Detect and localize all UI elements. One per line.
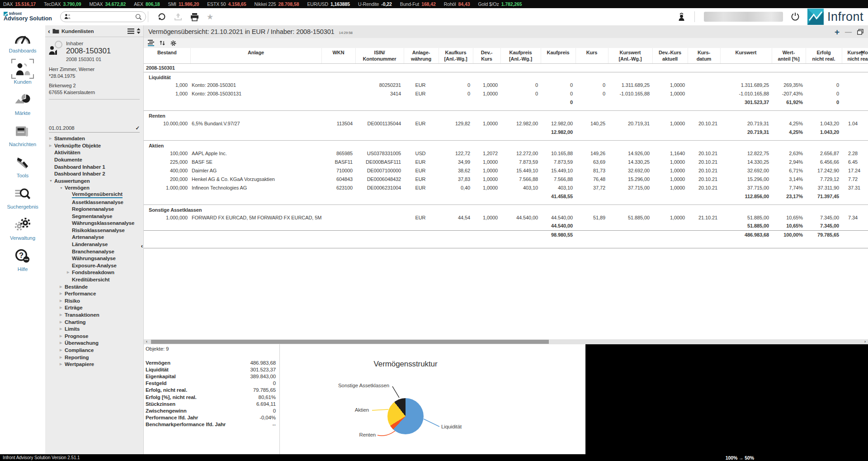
column-header[interactable]: Kurs bbox=[576, 48, 608, 63]
search-icon[interactable] bbox=[135, 14, 142, 20]
customer-list-title[interactable]: Kundenlisten bbox=[61, 29, 125, 34]
sidebar-item-maerkte[interactable]: Märkte bbox=[0, 90, 45, 122]
column-header[interactable]: Dev.- Kurs bbox=[473, 48, 500, 63]
tree-collapsed-icon[interactable]: ▶ bbox=[59, 327, 65, 331]
column-header[interactable]: Kurs- datum bbox=[688, 48, 720, 63]
reference-date-row[interactable]: 01.01.2008 ✓ bbox=[49, 125, 140, 133]
column-header[interactable]: Kurswert [Anl.-Wg.] bbox=[608, 48, 652, 63]
tree-collapsed-icon[interactable]: ▶ bbox=[59, 285, 65, 289]
column-header[interactable]: Wert- anteil [%] bbox=[772, 48, 806, 63]
table-row-data[interactable]: 200,000Henkel AG & Co. KGaA Vorzugsaktie… bbox=[144, 175, 868, 183]
scroll-right-icon[interactable]: › bbox=[862, 339, 868, 344]
column-header[interactable]: Anlage bbox=[190, 48, 321, 63]
tree-item[interactable]: ▶Charting bbox=[45, 318, 143, 326]
column-header[interactable]: Erfolg nicht real. bbox=[806, 48, 842, 63]
tree-collapsed-icon[interactable]: ▶ bbox=[59, 320, 65, 324]
tree-item[interactable]: Dashboard Inhaber 1 bbox=[45, 163, 143, 171]
tree-collapsed-icon[interactable]: ▶ bbox=[48, 144, 54, 147]
column-header[interactable]: Anlage- währung bbox=[404, 48, 439, 63]
tree-item[interactable]: ▼Vermögen bbox=[45, 185, 143, 192]
tree-expanded-icon[interactable]: ▼ bbox=[59, 186, 65, 190]
tree-item[interactable]: ▶Erträge bbox=[45, 304, 143, 312]
tree-item[interactable]: ▶Stammdaten bbox=[45, 135, 143, 142]
sidebar-item-nachrichten[interactable]: Nachrichten bbox=[0, 122, 45, 153]
tree-item[interactable]: ▶Fondsbreakdown bbox=[45, 269, 143, 276]
sidebar-item-kunden[interactable]: Kunden bbox=[0, 59, 45, 90]
table-row-data[interactable]: 400,000Daimler AG710000DE0007100000EUR38… bbox=[144, 166, 868, 175]
tree-item[interactable]: Assetklassenanalyse bbox=[45, 199, 143, 206]
tree-item[interactable]: Dokumente bbox=[45, 156, 143, 163]
minimize-icon[interactable]: — bbox=[845, 29, 852, 35]
table-row-data[interactable]: 1,000Konto: 2008-15030180250231EUR01,000… bbox=[144, 81, 868, 89]
tree-item[interactable]: Risikoklassenanalyse bbox=[45, 227, 143, 234]
tree-item[interactable]: Dashboard Inhaber 2 bbox=[45, 170, 143, 177]
tree-item[interactable]: ▼Auswertungen bbox=[45, 177, 143, 185]
menu-icon[interactable] bbox=[127, 29, 134, 34]
tree-collapsed-icon[interactable]: ▶ bbox=[59, 362, 65, 366]
tree-expanded-icon[interactable]: ▼ bbox=[48, 179, 54, 182]
popout-window-icon[interactable] bbox=[857, 29, 863, 35]
table-row-data[interactable]: 1.000,000Infineon Technologies AG623100D… bbox=[144, 183, 868, 192]
sidebar-item-verwaltung[interactable]: Verwaltung bbox=[0, 215, 45, 247]
tree-item[interactable]: ▶Prognose bbox=[45, 333, 143, 340]
column-header[interactable]: Kurswert bbox=[720, 48, 772, 63]
tree-item[interactable]: ▶Compliance bbox=[45, 347, 143, 354]
customer-context-icon[interactable] bbox=[678, 12, 685, 21]
tree-collapsed-icon[interactable]: ▶ bbox=[59, 348, 65, 352]
table-row-data[interactable]: 225,000BASF SEBASF11DE000BASF111EUR34,99… bbox=[144, 157, 868, 166]
tree-collapsed-icon[interactable]: ▶ bbox=[48, 137, 54, 140]
sidebar-item-tools[interactable]: Tools bbox=[0, 153, 45, 184]
tree-item[interactable]: Segmentanalyse bbox=[45, 213, 143, 220]
tree-item[interactable]: ▶Verknüpfte Objekte bbox=[45, 142, 143, 149]
customer-id[interactable]: 2008-150301 bbox=[66, 47, 111, 56]
group-levels-icon[interactable] bbox=[148, 40, 154, 46]
tree-item[interactable]: Länderanalyse bbox=[45, 241, 143, 248]
scrollbar-thumb[interactable] bbox=[151, 340, 549, 344]
tree-item[interactable]: Vermögensübersicht bbox=[45, 191, 143, 199]
table-row-data[interactable]: 100,000AAPL Apple Inc.865985US0378331005… bbox=[144, 149, 868, 157]
table-row-data[interactable]: 1,000Konto: 2008-150301313414EUR01,00000… bbox=[144, 89, 868, 98]
tree-item[interactable]: Kreditübersicht bbox=[45, 276, 143, 283]
tree-item[interactable]: ▶Transaktionen bbox=[45, 311, 143, 318]
sidebar-item-hilfe[interactable]: ?Hilfe bbox=[0, 247, 45, 278]
tree-item[interactable]: Währungsanalyse bbox=[45, 255, 143, 262]
table-row-class[interactable]: Aktien bbox=[144, 140, 868, 149]
horizontal-scrollbar[interactable]: ‹ › bbox=[144, 339, 868, 344]
add-view-icon[interactable]: + bbox=[835, 28, 840, 36]
tree-item[interactable]: ▶Überwachung bbox=[45, 340, 143, 347]
refresh-icon[interactable] bbox=[157, 12, 166, 21]
tree-item[interactable]: ▶Reporting bbox=[45, 354, 143, 361]
column-header[interactable]: Kaufkurs [Anl.-Wg.] bbox=[439, 48, 473, 63]
table-row-data[interactable]: 1.000,000FORWARD FX EURCAD, 5M FORWARD F… bbox=[144, 213, 868, 222]
tree-collapsed-icon[interactable]: ▶ bbox=[59, 341, 65, 345]
tree-item[interactable]: Artenanalyse bbox=[45, 234, 143, 241]
table-row-class[interactable]: Liquidität bbox=[144, 72, 868, 81]
tree-collapsed-icon[interactable]: ▶ bbox=[66, 271, 72, 274]
column-header[interactable]: WKN bbox=[321, 48, 355, 63]
favorite-star-icon[interactable]: ★ bbox=[207, 13, 213, 21]
tree-collapsed-icon[interactable]: ▶ bbox=[59, 356, 65, 359]
tree-item[interactable]: ▶Bestände bbox=[45, 283, 143, 290]
column-header[interactable]: Kaufpreis bbox=[541, 48, 576, 63]
tree-item[interactable]: ▶Performance bbox=[45, 290, 143, 297]
tree-item[interactable]: Währungsklassenanalyse bbox=[45, 220, 143, 227]
table-row-class[interactable]: Sonstige Assetklassen bbox=[144, 204, 868, 213]
export-up-icon[interactable] bbox=[859, 51, 864, 56]
tree-collapsed-icon[interactable]: ▶ bbox=[59, 292, 65, 295]
back-chevron-icon[interactable]: ‹ bbox=[48, 28, 50, 34]
tree-collapsed-icon[interactable]: ▶ bbox=[59, 306, 65, 309]
table-row-class[interactable]: Renten bbox=[144, 110, 868, 119]
column-header[interactable]: ISIN/ Kontonummer bbox=[355, 48, 404, 63]
sidebar-item-dashboards[interactable]: Dashboards bbox=[0, 28, 45, 59]
table-row-data[interactable]: 10.000,0006,5% Bundanl.V.97/27113504DE00… bbox=[144, 119, 868, 128]
search-input[interactable] bbox=[60, 11, 146, 22]
sidebar-item-suchergebnis[interactable]: Suchergebnis bbox=[0, 184, 45, 215]
logout-power-icon[interactable] bbox=[790, 12, 800, 22]
table-row-group[interactable]: 2008-150301 bbox=[144, 63, 868, 72]
column-header[interactable]: Bestand bbox=[144, 48, 190, 63]
tree-item[interactable]: ▶Limits bbox=[45, 325, 143, 333]
tree-item[interactable]: Exposure-Analyse bbox=[45, 262, 143, 269]
tree-collapsed-icon[interactable]: ▶ bbox=[59, 313, 65, 317]
tree-collapsed-icon[interactable]: ▶ bbox=[59, 299, 65, 303]
tree-item[interactable]: Branchenanalyse bbox=[45, 248, 143, 255]
